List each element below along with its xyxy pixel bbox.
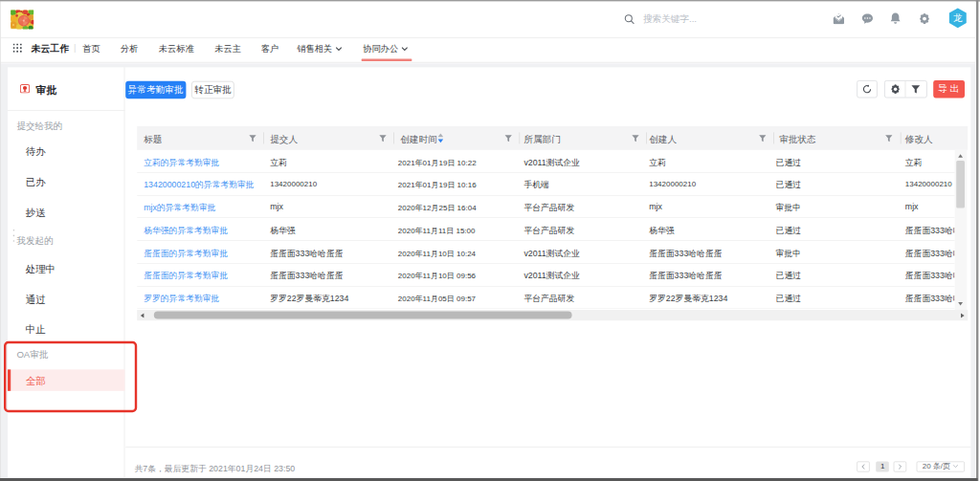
svg-text:龙: 龙 (953, 12, 963, 23)
